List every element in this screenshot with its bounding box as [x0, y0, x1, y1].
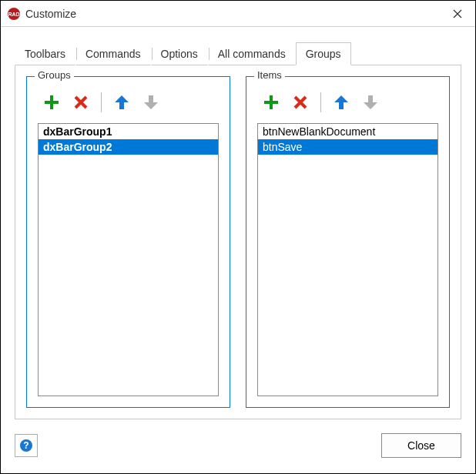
svg-rect-11 — [264, 101, 278, 104]
items-add-button[interactable] — [262, 93, 280, 112]
groups-listbox[interactable]: dxBarGroup1dxBarGroup2 — [38, 123, 219, 396]
items-groupbox: Items — [246, 76, 450, 408]
close-button[interactable]: Close — [381, 433, 461, 458]
toolbar-separator — [101, 92, 102, 112]
tab-strip: Toolbars Commands Options All commands G… — [15, 42, 461, 65]
list-item[interactable]: btnSave — [258, 139, 437, 155]
window-title: Customize — [25, 8, 440, 20]
arrow-down-icon — [362, 94, 379, 111]
tabpage-groups: Groups — [15, 65, 461, 419]
close-icon — [453, 9, 462, 18]
svg-marker-9 — [144, 95, 158, 109]
customize-dialog: RAD Customize Toolbars Commands Options … — [0, 0, 476, 474]
dialog-footer: ? Close — [15, 429, 461, 462]
arrow-up-icon — [113, 94, 130, 111]
tab-groups[interactable]: Groups — [296, 42, 351, 65]
groups-toolbar — [38, 88, 219, 123]
x-icon — [73, 95, 89, 110]
svg-marker-15 — [364, 95, 377, 109]
titlebar: RAD Customize — [1, 1, 475, 27]
tab-all-commands[interactable]: All commands — [208, 42, 296, 65]
svg-text:RAD: RAD — [8, 12, 19, 17]
tab-options[interactable]: Options — [151, 42, 208, 65]
tab-toolbars[interactable]: Toolbars — [15, 42, 75, 65]
svg-rect-5 — [45, 101, 59, 104]
groups-groupbox: Groups — [26, 76, 230, 408]
groups-move-down-button[interactable] — [142, 93, 160, 112]
items-toolbar — [257, 88, 438, 123]
toolbar-separator — [320, 92, 321, 112]
window-close-button[interactable] — [440, 1, 475, 27]
items-move-up-button[interactable] — [332, 93, 350, 112]
items-delete-button[interactable] — [291, 93, 310, 112]
groups-move-up-button[interactable] — [112, 93, 131, 112]
app-icon: RAD — [7, 7, 21, 21]
groups-delete-button[interactable] — [72, 93, 90, 112]
tab-commands[interactable]: Commands — [75, 42, 151, 65]
items-listbox[interactable]: btnNewBlankDocumentbtnSave — [257, 123, 438, 396]
list-item[interactable]: dxBarGroup1 — [39, 124, 218, 139]
groups-groupbox-label: Groups — [35, 69, 74, 81]
arrow-up-icon — [333, 94, 350, 111]
client-area: Toolbars Commands Options All commands G… — [1, 27, 475, 473]
svg-text:?: ? — [23, 440, 28, 451]
items-groupbox-label: Items — [254, 69, 285, 81]
items-move-down-button[interactable] — [361, 93, 380, 112]
x-icon — [293, 95, 308, 110]
plus-icon — [263, 94, 280, 111]
help-button[interactable]: ? — [15, 434, 38, 457]
svg-marker-14 — [334, 95, 348, 109]
list-item[interactable]: dxBarGroup2 — [39, 139, 218, 155]
arrow-down-icon — [142, 94, 159, 111]
svg-marker-8 — [115, 95, 129, 109]
help-icon: ? — [19, 439, 33, 452]
list-item[interactable]: btnNewBlankDocument — [258, 124, 437, 139]
groups-add-button[interactable] — [42, 93, 61, 112]
plus-icon — [43, 94, 60, 111]
